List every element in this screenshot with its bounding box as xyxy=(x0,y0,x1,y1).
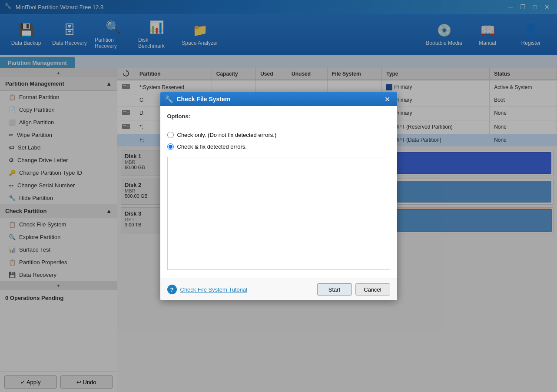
radio-check-fix-label: Check & fix detected errors. xyxy=(177,143,247,150)
radio-check-only-input[interactable] xyxy=(167,132,174,138)
dialog-title-bar: 🔧 Check File System ✕ xyxy=(160,92,397,106)
dialog-title-icon: 🔧 xyxy=(165,95,173,103)
check-file-system-dialog: 🔧 Check File System ✕ Options: Check onl… xyxy=(160,92,397,300)
radio-check-fix[interactable]: Check & fix detected errors. xyxy=(167,141,390,153)
dialog-body: Options: Check only. (Do not fix detecte… xyxy=(160,106,397,279)
dialog-close-button[interactable]: ✕ xyxy=(382,94,393,104)
tutorial-link[interactable]: Check File System Tutorial xyxy=(180,286,314,293)
dialog-overlay: 🔧 Check File System ✕ Options: Check onl… xyxy=(0,0,557,392)
log-textarea[interactable] xyxy=(167,157,390,270)
radio-check-only[interactable]: Check only. (Do not fix detected errors.… xyxy=(167,129,390,141)
radio-check-fix-input[interactable] xyxy=(167,143,174,150)
dialog-title-text: Check File System xyxy=(177,96,382,103)
dialog-options-label: Options: xyxy=(167,113,390,120)
radio-check-only-label: Check only. (Do not fix detected errors.… xyxy=(177,132,277,138)
dialog-radio-group: Check only. (Do not fix detected errors.… xyxy=(167,125,390,157)
dialog-help-icon[interactable]: ? xyxy=(167,285,177,294)
dialog-footer: ? Check File System Tutorial Start Cance… xyxy=(160,279,397,300)
start-button[interactable]: Start xyxy=(317,283,352,296)
help-icon-label: ? xyxy=(170,286,174,293)
cancel-button[interactable]: Cancel xyxy=(355,283,390,296)
